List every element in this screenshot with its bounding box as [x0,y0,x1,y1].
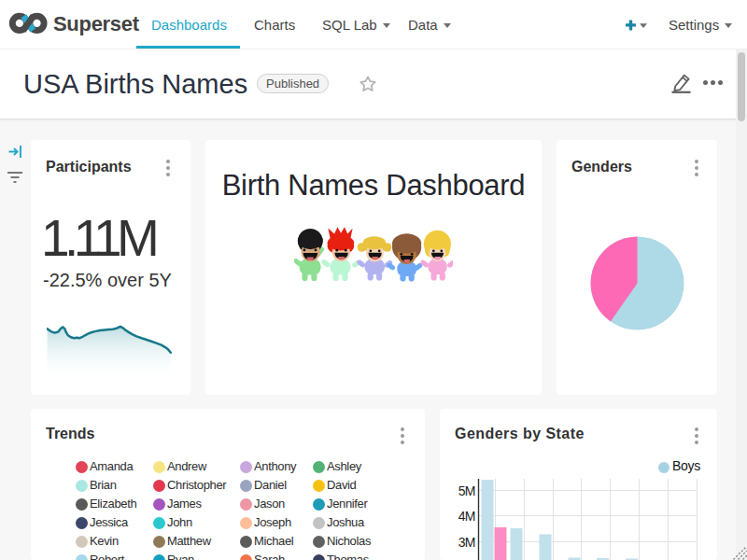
svg-text:5M: 5M [458,483,475,498]
svg-text:4M: 4M [458,509,475,524]
svg-text:3M: 3M [458,535,475,550]
